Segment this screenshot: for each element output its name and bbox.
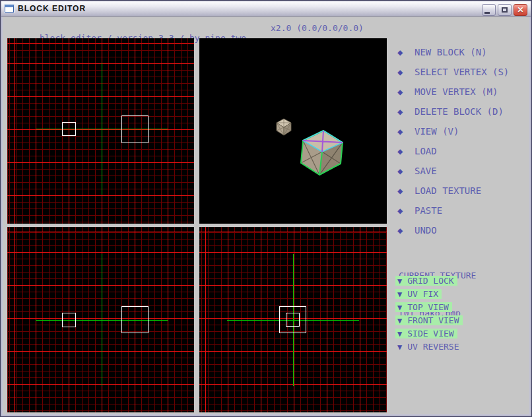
cube-small[interactable] xyxy=(277,119,291,135)
toggle-side-view[interactable]: ▼SIDE VIEW xyxy=(395,329,463,342)
viewport-side-view[interactable] xyxy=(199,227,387,412)
menu-item-load[interactable]: ◆LOAD xyxy=(397,141,529,161)
triangle-down-icon: ▼ xyxy=(397,277,402,285)
block-outline[interactable] xyxy=(121,115,149,143)
menu-item-view[interactable]: ◆VIEW (V) xyxy=(397,121,529,141)
menu-item-load-texture[interactable]: ◆LOAD TEXTURE xyxy=(397,181,529,201)
zoom-status-text: x2.0 (0.0/0.0/0.0) xyxy=(271,23,364,33)
minimize-button[interactable] xyxy=(482,4,496,16)
diamond-icon: ◆ xyxy=(397,67,409,77)
diamond-icon: ◆ xyxy=(397,146,409,156)
triangle-down-icon: ▼ xyxy=(397,304,402,311)
diamond-icon: ◆ xyxy=(397,127,409,136)
diamond-icon: ◆ xyxy=(397,206,409,215)
close-icon: ✕ xyxy=(517,6,523,14)
toggle-uv-fix[interactable]: ▼UV FIX xyxy=(395,289,463,302)
block-outline[interactable] xyxy=(286,313,300,327)
diamond-icon: ◆ xyxy=(397,48,409,57)
client-area: block editor / version 3.3 / by nine-two… xyxy=(3,16,529,414)
block-outline[interactable] xyxy=(62,122,76,136)
titlebar: BLOCK EDITOR ✕ xyxy=(1,1,531,16)
viewport-3d-view[interactable] xyxy=(199,38,387,224)
toggle-list: ▼GRID LOCK ▼UV FIX ▼TOP VIEW ▼FRONT VIEW… xyxy=(395,276,463,355)
toggle-uv-reverse[interactable]: ▼UV REVERSE xyxy=(395,342,463,355)
diamond-icon: ◆ xyxy=(397,107,409,116)
app-window: BLOCK EDITOR ✕ block editor / version 3.… xyxy=(0,0,532,417)
toggle-front-view[interactable]: ▼FRONT VIEW xyxy=(395,315,463,329)
3d-scene xyxy=(199,38,387,224)
triangle-down-icon: ▼ xyxy=(397,317,402,325)
toggle-top-view[interactable]: ▼TOP VIEW xyxy=(395,302,463,315)
header-line: block editor / version 3.3 / by nine-two… xyxy=(9,23,525,35)
menu-item-save[interactable]: ◆SAVE xyxy=(397,161,529,181)
diamond-icon: ◆ xyxy=(397,226,409,235)
window-title: BLOCK EDITOR xyxy=(18,4,86,13)
viewport-top-view[interactable] xyxy=(7,38,194,224)
window-controls: ✕ xyxy=(482,4,527,16)
diamond-icon: ◆ xyxy=(397,186,409,195)
block-outline[interactable] xyxy=(121,306,149,333)
menu-item-select-vertex[interactable]: ◆SELECT VERTEX (S) xyxy=(397,62,529,82)
cube-selected[interactable] xyxy=(301,131,343,175)
diamond-icon: ◆ xyxy=(397,87,409,96)
block-outline[interactable] xyxy=(62,313,76,327)
toggle-grid-lock[interactable]: ▼GRID LOCK xyxy=(395,276,463,289)
triangle-down-icon: ▼ xyxy=(397,343,402,351)
minimize-icon xyxy=(484,12,490,14)
menu-item-delete-block[interactable]: ◆DELETE BLOCK (D) xyxy=(397,102,529,121)
close-button[interactable]: ✕ xyxy=(514,4,527,16)
menu-item-undo[interactable]: ◆UNDO xyxy=(397,220,529,240)
menu: ◆NEW BLOCK (N) ◆SELECT VERTEX (S) ◆MOVE … xyxy=(397,42,529,240)
menu-item-new-block[interactable]: ◆NEW BLOCK (N) xyxy=(397,42,529,62)
menu-item-move-vertex[interactable]: ◆MOVE VERTEX (M) xyxy=(397,82,529,102)
triangle-down-icon: ▼ xyxy=(397,290,402,298)
maximize-icon xyxy=(502,7,508,13)
maximize-button[interactable] xyxy=(498,4,512,16)
diamond-icon: ◆ xyxy=(397,166,409,176)
triangle-down-icon: ▼ xyxy=(397,330,402,338)
menu-item-paste[interactable]: ◆PASTE xyxy=(397,201,529,220)
window-icon xyxy=(5,5,14,13)
viewport-front-view[interactable] xyxy=(7,227,194,412)
